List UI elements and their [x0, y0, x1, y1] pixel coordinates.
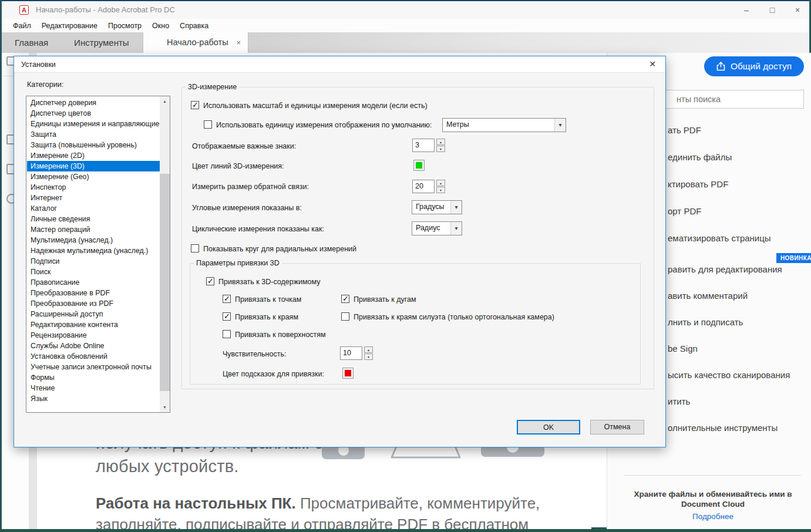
- snap-points-label: Привязать к точкам: [235, 295, 301, 304]
- sensitivity-field[interactable]: 10: [340, 346, 362, 360]
- snap-faces-label: Привязать к поверхностям: [235, 331, 326, 339]
- feedback-size-field[interactable]: 20: [412, 180, 435, 193]
- use-model-units-checkbox[interactable]: [191, 101, 199, 109]
- close-icon[interactable]: ×: [789, 4, 806, 16]
- category-item[interactable]: Подписи: [27, 256, 160, 267]
- tab-home[interactable]: Главная: [2, 32, 61, 53]
- category-item[interactable]: Преобразование в PDF: [27, 288, 160, 298]
- tool-search-input[interactable]: [642, 90, 804, 109]
- category-item[interactable]: Расширенный доступ: [27, 309, 160, 319]
- significant-digits-field[interactable]: 3: [412, 139, 435, 152]
- snap-faces-checkbox[interactable]: [223, 330, 231, 338]
- tab-tools[interactable]: Инструменты: [61, 32, 142, 53]
- tool-item[interactable]: ысить качество сканирования: [668, 370, 790, 380]
- category-item[interactable]: Формы: [27, 372, 160, 383]
- category-item[interactable]: Правописание: [27, 277, 160, 288]
- snap-silhouette-checkbox[interactable]: [341, 312, 349, 321]
- tool-item[interactable]: орт PDF: [668, 206, 701, 216]
- spinner-up-icon[interactable]: ▲: [364, 346, 373, 353]
- category-item[interactable]: Инспектор: [27, 182, 160, 193]
- significant-digits-stepper[interactable]: ▲ ▼: [436, 139, 445, 152]
- learn-more-link[interactable]: Подробнее: [607, 512, 811, 521]
- category-item[interactable]: Поиск: [27, 267, 160, 277]
- show-circle-checkbox[interactable]: [191, 244, 199, 252]
- tool-item[interactable]: ктировать PDF: [668, 179, 728, 189]
- category-item[interactable]: Измерение (3D): [27, 161, 160, 171]
- cancel-button[interactable]: Отмена: [590, 420, 644, 435]
- tool-item[interactable]: равить для редактирования: [668, 264, 782, 274]
- tool-item[interactable]: ать PDF: [668, 125, 701, 135]
- snap-group-title: Параметры привязки 3D: [194, 259, 282, 267]
- category-item[interactable]: Рецензирование: [27, 330, 160, 341]
- category-item[interactable]: Единицы измерения и направляющие: [27, 119, 160, 129]
- category-item[interactable]: Установка обновлений: [27, 351, 160, 362]
- feedback-size-label: Измерить размер обратной связи:: [192, 183, 309, 191]
- category-item[interactable]: Учетные записи электронной почты: [27, 362, 160, 372]
- category-item[interactable]: Мультимедиа (унаслед.): [27, 235, 160, 245]
- listbox-scrollbar[interactable]: ▲ ▼: [160, 96, 170, 412]
- category-item[interactable]: Измерение (2D): [27, 150, 160, 161]
- menu-item[interactable]: Справка: [174, 20, 214, 32]
- group-title: 3D-измерение: [186, 83, 239, 91]
- tool-item[interactable]: ематизировать страницы: [668, 233, 771, 243]
- dialog-close-icon[interactable]: ✕: [649, 59, 656, 69]
- menu-item[interactable]: Файл: [8, 20, 36, 32]
- tool-item[interactable]: авить комментарий: [668, 291, 748, 301]
- scroll-up-icon[interactable]: ▲: [160, 96, 170, 106]
- category-item[interactable]: Язык: [27, 393, 160, 404]
- share-icon: [716, 62, 725, 71]
- circular-units-select[interactable]: Радиус ▾: [412, 221, 462, 235]
- tool-item[interactable]: итить: [668, 396, 690, 406]
- categories-label: Категории:: [27, 80, 63, 89]
- category-item[interactable]: Диспетчер доверия: [27, 97, 160, 108]
- spinner-up-icon[interactable]: ▲: [436, 139, 445, 145]
- category-item[interactable]: Защита (повышенный уровень): [27, 140, 160, 150]
- category-item[interactable]: Редактирование контента: [27, 319, 160, 330]
- category-item[interactable]: Интернет: [27, 193, 160, 203]
- category-item[interactable]: Каталог: [27, 203, 160, 214]
- category-item[interactable]: Защита: [27, 129, 160, 140]
- sensitivity-stepper[interactable]: ▲ ▼: [364, 346, 373, 360]
- snap-3d-checkbox[interactable]: [206, 277, 214, 285]
- tool-item[interactable]: be Sign: [668, 344, 698, 353]
- category-item[interactable]: Надежная мультимедиа (унаслед.): [27, 245, 160, 256]
- spinner-down-icon[interactable]: ▼: [436, 187, 445, 193]
- snap-arcs-label: Привязать к дугам: [354, 295, 416, 304]
- menu-item[interactable]: Окно: [147, 20, 174, 32]
- tab-bar: Главная Инструменты Начало-работы × ? Во…: [2, 32, 809, 53]
- category-item[interactable]: Чтение: [27, 383, 160, 393]
- category-item[interactable]: Мастер операций: [27, 224, 160, 235]
- scroll-down-icon[interactable]: ▼: [160, 402, 170, 412]
- significant-digits-label: Отображаемые важные знаки:: [192, 142, 296, 150]
- category-item[interactable]: Личные сведения: [27, 214, 160, 224]
- feedback-size-stepper[interactable]: ▲ ▼: [436, 180, 445, 193]
- menu-item[interactable]: Просмотр: [103, 20, 147, 32]
- tab-document[interactable]: Начало-работы ×: [143, 32, 248, 53]
- default-unit-select[interactable]: Метры ▾: [442, 118, 566, 132]
- snap-points-checkbox[interactable]: [223, 295, 231, 303]
- snap-arcs-checkbox[interactable]: [341, 295, 349, 303]
- hint-color-swatch[interactable]: [342, 368, 354, 379]
- share-button[interactable]: Общий доступ: [704, 56, 804, 76]
- spinner-down-icon[interactable]: ▼: [436, 146, 445, 152]
- use-default-unit-checkbox[interactable]: [204, 120, 212, 129]
- category-item[interactable]: Службы Adobe Online: [27, 341, 160, 351]
- maximize-icon[interactable]: □: [763, 4, 781, 16]
- tool-item[interactable]: олнительные инструменты: [668, 423, 778, 433]
- scrollbar-thumb[interactable]: [160, 174, 170, 391]
- ok-button[interactable]: OK: [517, 420, 580, 435]
- tool-item[interactable]: лнить и подписать: [668, 317, 743, 327]
- menu-item[interactable]: Редактирование: [36, 20, 103, 32]
- angular-units-select[interactable]: Градусы ▾: [412, 200, 462, 214]
- tool-item[interactable]: единить файлы: [668, 152, 732, 162]
- category-item[interactable]: Измерение (Geo): [27, 171, 160, 182]
- minimize-icon[interactable]: –: [738, 4, 755, 16]
- category-item[interactable]: Преобразование из PDF: [27, 298, 160, 309]
- line-color-swatch[interactable]: [413, 160, 425, 171]
- spinner-up-icon[interactable]: ▲: [436, 180, 445, 186]
- spinner-down-icon[interactable]: ▼: [364, 353, 373, 360]
- snap-edges-checkbox[interactable]: [223, 312, 231, 321]
- preferences-dialog: Установки ✕ Категории: Диспетчер доверия…: [14, 56, 666, 447]
- category-item[interactable]: Диспетчер цветов: [27, 108, 160, 119]
- tab-close-icon[interactable]: ×: [236, 32, 241, 53]
